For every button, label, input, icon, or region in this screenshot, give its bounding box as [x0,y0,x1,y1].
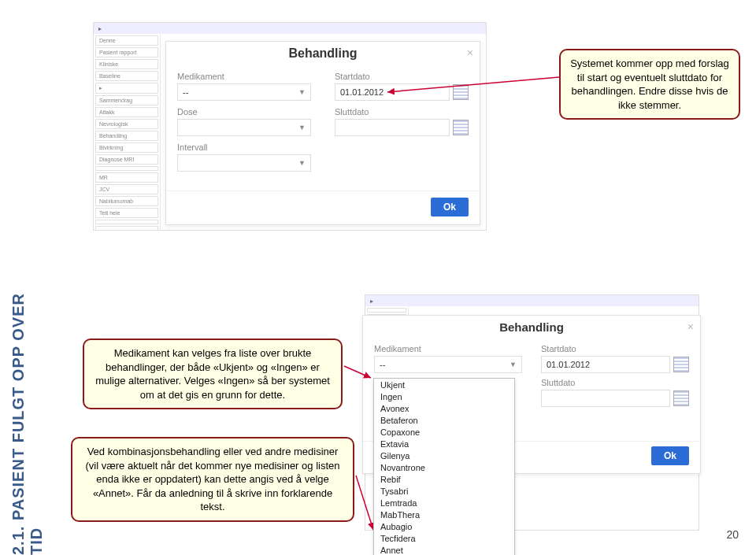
sidebar-item: Kliniske [95,59,158,69]
ok-button[interactable]: Ok [651,446,689,465]
dropdown-option[interactable]: Betaferon [374,414,514,426]
modal-title: Behandling [166,42,480,68]
page-section-title: 2.1. PASIENT FULGT OPP OVER TID [9,268,46,555]
arrow [343,362,374,386]
callout-medikament-list: Medikament kan velges fra liste over bru… [83,339,343,409]
medikament-value: -- [380,360,385,369]
tab-row [161,34,486,40]
sidebar-item: ▸ [95,83,158,94]
sidebar-item: Nevrologisk [95,119,158,129]
dropdown-option[interactable]: Tysabri [374,485,514,497]
medikament-dropdown[interactable]: UkjentIngenAvonexBetaferonCopaxoneExtavi… [373,378,515,555]
close-icon[interactable]: × [467,46,473,59]
sidebar-item: Nabilumomab [95,196,158,206]
sluttdato-label: Sluttdato [541,378,689,387]
modal-title: Behandling [363,316,700,342]
sidebar-item: Diagnose MRI [95,154,158,165]
sidebar-item: Behandling [95,131,158,141]
sidebar-item [367,308,406,313]
sidebar-item: Bivirkning [95,142,158,153]
sidebar-item [95,220,158,224]
dose-label: Dose [177,107,311,117]
dropdown-option[interactable]: Extavia [374,438,514,450]
dropdown-option[interactable]: Avonex [374,402,514,414]
app-sidebar: DennePasient rapportKliniskeBaseline▸Sam… [94,34,161,230]
dropdown-option[interactable]: Annet [374,544,514,555]
behandling-modal: × Behandling Medikament -- ▼ Startdato 0… [165,41,480,225]
startdato-input[interactable]: 01.01.2012 [541,356,670,373]
sluttdato-label: Sluttdato [335,107,469,117]
intervall-select[interactable]: ▼ [177,154,311,172]
calendar-icon[interactable] [673,390,689,406]
sluttdato-input[interactable] [335,119,450,136]
calendar-icon[interactable] [673,357,689,372]
dose-select[interactable]: ▼ [177,119,311,136]
sluttdato-input[interactable] [541,390,670,407]
callout-annet: Ved kombinasjonsbehandling eller ved and… [71,437,354,522]
startdato-label: Startdato [541,344,689,353]
svg-line-0 [387,77,559,92]
sidebar-item [95,166,158,171]
medikament-select[interactable]: -- ▼ [177,83,311,101]
sidebar-item: Baseline [95,71,158,81]
dropdown-option[interactable]: Rebif [374,473,514,485]
dropdown-option[interactable]: Lemtrada [374,497,514,509]
dropdown-option[interactable]: Ingen [374,390,514,402]
medikament-value: -- [183,87,188,97]
sidebar-item: MR [95,172,158,183]
medikament-label: Medikament [177,72,311,81]
dropdown-option[interactable]: Gilenya [374,450,514,461]
dropdown-option[interactable]: MabThera [374,509,514,520]
svg-line-1 [344,366,371,378]
chevron-down-icon: ▼ [298,124,306,131]
dropdown-option[interactable]: Copaxone [374,426,514,438]
svg-line-2 [356,475,373,530]
sidebar-item: Pasient rapport [95,47,158,57]
dropdown-option[interactable]: Ukjent [374,379,514,390]
dropdown-option[interactable]: Novantrone [374,461,514,473]
medikament-select[interactable]: -- ▼ [374,356,522,373]
dropdown-option[interactable]: Tecfidera [374,532,514,544]
chevron-down-icon: ▼ [510,361,517,368]
callout-startdato: Systemet kommer opp med forslag til star… [559,49,740,120]
medikament-label: Medikament [374,344,522,353]
sidebar-item: Sammendrag [95,95,158,105]
close-icon[interactable]: × [687,320,694,333]
page-number: 20 [726,528,739,541]
sidebar-item: Denne [95,35,158,46]
sidebar-item: Tett hele [95,208,158,218]
calendar-icon[interactable] [453,120,469,135]
sidebar-item: Attakk [95,107,158,117]
arrow [384,75,561,98]
ok-button[interactable]: Ok [431,198,469,216]
chevron-down-icon: ▼ [298,88,306,96]
dropdown-option[interactable]: Aubagio [374,520,514,532]
chevron-down-icon: ▼ [298,159,306,167]
intervall-label: Intervall [177,142,311,152]
sidebar-item: JCV [95,184,158,194]
sidebar-item [95,226,158,231]
